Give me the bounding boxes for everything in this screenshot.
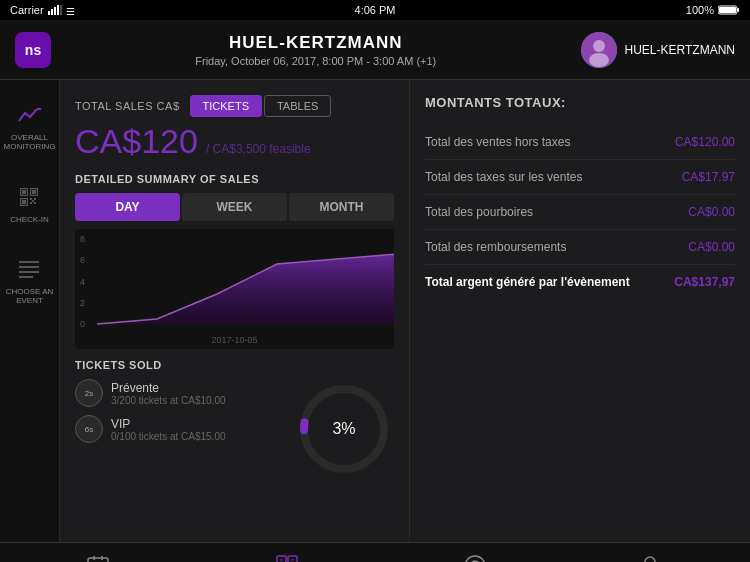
montant-label-0: Total des ventes hors taxes	[425, 135, 570, 149]
svg-point-10	[593, 40, 605, 52]
week-tab[interactable]: WEEK	[182, 193, 287, 221]
overall-monitoring-label: OVERALLMONITORING	[4, 134, 56, 152]
montant-row-1: Total des taxes sur les ventes CA$17.97	[425, 160, 735, 195]
svg-text:☰: ☰	[66, 6, 75, 15]
svg-rect-2	[54, 7, 56, 15]
tab-bar-events[interactable]: Events	[67, 549, 128, 563]
montant-value-1: CA$17.97	[682, 170, 735, 184]
header-center: HUEL-KERTZMANN Friday, October 06, 2017,…	[195, 33, 436, 67]
prevente-badge: 2s	[75, 379, 103, 407]
sales-type-tabs: TICKETS TABLES	[190, 95, 332, 117]
period-tabs: DAY WEEK MONTH	[75, 193, 394, 221]
donut-chart: 3%	[294, 379, 394, 479]
tab-bar-myclub[interactable]: My club	[618, 549, 682, 563]
battery-icon	[718, 5, 740, 15]
choose-event-label: CHOOSE ANEVENT	[6, 288, 54, 306]
vip-sub: 0/100 tickets at CA$15.00	[111, 431, 226, 442]
choose-event-icon	[14, 254, 44, 284]
feasible-amount: / CA$3,500 feasible	[206, 142, 311, 156]
carrier-label: Carrier	[10, 4, 44, 16]
ticket-rows: 2s Prévente 3/200 tickets at CA$10.00 6s…	[75, 379, 394, 479]
right-panel: MONTANTS TOTAUX: Total des ventes hors t…	[410, 80, 750, 542]
sales-header: TOTAL SALES CA$ TICKETS TABLES	[75, 95, 394, 117]
month-tab[interactable]: MONTH	[289, 193, 394, 221]
svg-rect-3	[57, 5, 59, 15]
svg-rect-25	[32, 200, 34, 202]
svg-point-53	[645, 557, 655, 563]
svg-rect-43	[288, 556, 297, 563]
ticket-item-vip: 6s VIP 0/100 tickets at CA$15.00	[75, 415, 284, 443]
svg-rect-23	[30, 202, 32, 204]
svg-rect-26	[19, 261, 39, 263]
sidebar: OVERALLMONITORING	[0, 80, 60, 542]
montant-row-2: Total des pourboires CA$0.00	[425, 195, 735, 230]
svg-rect-24	[34, 202, 36, 204]
montant-label-2: Total des pourboires	[425, 205, 533, 219]
artists-icon	[463, 554, 487, 563]
svg-rect-14	[22, 190, 26, 194]
svg-rect-0	[48, 11, 50, 15]
tickets-tab[interactable]: TICKETS	[190, 95, 262, 117]
svg-rect-29	[19, 276, 33, 278]
montant-row-total: Total argent généré par l'évènement CA$1…	[425, 265, 735, 299]
svg-rect-1	[51, 9, 53, 15]
ticket-list: 2s Prévente 3/200 tickets at CA$10.00 6s…	[75, 379, 284, 451]
battery-label: 100%	[686, 4, 714, 16]
signal-icon	[48, 5, 62, 15]
svg-rect-33	[88, 558, 108, 563]
events-icon	[86, 554, 110, 563]
svg-rect-27	[19, 266, 39, 268]
sales-chart: 8 6 4 2 0 2017-10-05	[75, 229, 394, 349]
chart-y-labels: 8 6 4 2 0	[80, 234, 85, 329]
svg-rect-4	[60, 5, 62, 15]
chart-x-label: 2017-10-05	[211, 335, 257, 345]
tab-bar-artists[interactable]: Artists	[446, 549, 504, 563]
main-layout: OVERALLMONITORING	[0, 80, 750, 542]
total-amount: CA$120	[75, 122, 198, 161]
tables-tab[interactable]: TABLES	[264, 95, 331, 117]
montant-row-0: Total des ventes hors taxes CA$120.00	[425, 125, 735, 160]
montant-label-3: Total des remboursements	[425, 240, 566, 254]
vip-name: VIP	[111, 417, 226, 431]
summary-label: DETAILED SUMMARY OF SALES	[75, 173, 394, 185]
montants-title: MONTANTS TOTAUX:	[425, 95, 735, 110]
event-title: HUEL-KERTZMANN	[195, 33, 436, 53]
montant-value-2: CA$0.00	[688, 205, 735, 219]
svg-rect-28	[19, 271, 39, 273]
montant-row-3: Total des remboursements CA$0.00	[425, 230, 735, 265]
montant-label-1: Total des taxes sur les ventes	[425, 170, 582, 184]
svg-rect-8	[719, 7, 736, 13]
tab-bar: Events Reservations Artists	[0, 542, 750, 562]
tickets-sold-section: TICKETS SOLD 2s Prévente 3/200 tickets a…	[75, 359, 394, 479]
checkin-icon	[14, 182, 44, 212]
montant-value-0: CA$120.00	[675, 135, 735, 149]
sidebar-item-choose-event[interactable]: CHOOSE ANEVENT	[6, 254, 54, 306]
total-sales-label: TOTAL SALES CA$	[75, 100, 180, 112]
user-avatar[interactable]	[581, 32, 617, 68]
tickets-sold-title: TICKETS SOLD	[75, 359, 394, 371]
svg-point-11	[589, 53, 609, 67]
tab-bar-reservations[interactable]: Reservations	[243, 549, 331, 563]
content-area: TOTAL SALES CA$ TICKETS TABLES CA$120 / …	[60, 80, 750, 542]
ticket-item-prevente: 2s Prévente 3/200 tickets at CA$10.00	[75, 379, 284, 407]
event-subtitle: Friday, October 06, 2017, 8:00 PM - 3:00…	[195, 55, 436, 67]
montant-value-3: CA$0.00	[688, 240, 735, 254]
monitoring-icon	[14, 100, 44, 130]
check-in-label: CHECK-IN	[10, 216, 49, 225]
svg-marker-30	[97, 252, 394, 324]
montant-value-total: CA$137,97	[674, 275, 735, 289]
status-bar-left: Carrier ☰	[10, 4, 80, 16]
prevente-name: Prévente	[111, 381, 226, 395]
status-bar: Carrier ☰ 4:06 PM 100%	[0, 0, 750, 20]
svg-rect-21	[30, 198, 32, 200]
vip-badge: 6s	[75, 415, 103, 443]
day-tab[interactable]: DAY	[75, 193, 180, 221]
svg-rect-20	[22, 200, 26, 204]
left-panel: TOTAL SALES CA$ TICKETS TABLES CA$120 / …	[60, 80, 410, 542]
chart-svg	[97, 234, 394, 349]
montant-label-total: Total argent généré par l'évènement	[425, 275, 630, 289]
sidebar-item-overall-monitoring[interactable]: OVERALLMONITORING	[4, 100, 56, 152]
svg-rect-17	[32, 190, 36, 194]
sidebar-item-check-in[interactable]: CHECK-IN	[10, 182, 49, 225]
donut-percent-label: 3%	[332, 420, 355, 438]
